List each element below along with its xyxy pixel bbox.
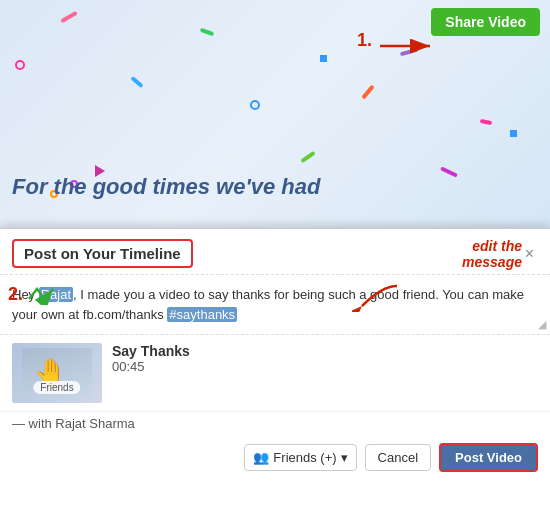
audience-dropdown[interactable]: 👥 Friends (+) ▾ bbox=[244, 444, 356, 471]
edit-arrow-svg bbox=[352, 282, 402, 312]
close-button[interactable]: × bbox=[521, 245, 538, 263]
highlighted-hashtag: #saythanks bbox=[167, 307, 237, 322]
friends-badge: Friends bbox=[33, 381, 80, 394]
modal-footer: 👥 Friends (+) ▾ Cancel Post Video bbox=[0, 435, 550, 480]
video-thumbnail: 🤚 Friends bbox=[12, 343, 102, 403]
resize-handle: ◢ bbox=[538, 316, 546, 333]
step2-checkmark-svg bbox=[25, 283, 57, 305]
share-video-button[interactable]: Share Video bbox=[431, 8, 540, 36]
edit-arrow bbox=[352, 282, 402, 316]
confetti-8 bbox=[440, 166, 458, 177]
post-video-button[interactable]: Post Video bbox=[439, 443, 538, 472]
video-card: 🤚 Friends Say Thanks 00:45 bbox=[0, 335, 550, 412]
square-1 bbox=[320, 55, 327, 62]
step1-annotation bbox=[375, 34, 445, 62]
step1-label: 1. bbox=[357, 30, 372, 51]
confetti-4 bbox=[130, 76, 143, 88]
share-modal: Post on Your Timeline × 2. Hey Rajat, I … bbox=[0, 228, 550, 520]
edit-message-annotation: edit the message bbox=[462, 238, 522, 270]
message-area[interactable]: Hey Rajat, I made you a video to say tha… bbox=[0, 275, 550, 335]
with-text: — with Rajat Sharma bbox=[0, 412, 550, 435]
confetti-6 bbox=[480, 119, 493, 125]
step1-arrow-svg bbox=[375, 34, 445, 58]
video-card-title: Say Thanks bbox=[112, 343, 190, 359]
confetti-1 bbox=[60, 11, 78, 23]
confetti-5 bbox=[361, 85, 374, 100]
confetti-7 bbox=[300, 151, 315, 163]
square-2 bbox=[510, 130, 517, 137]
friends-icon: 👥 bbox=[253, 450, 269, 465]
video-title: For the good times we've had bbox=[12, 174, 320, 200]
cancel-button[interactable]: Cancel bbox=[365, 444, 431, 471]
modal-title: Post on Your Timeline bbox=[12, 239, 193, 268]
circle-1 bbox=[15, 60, 25, 70]
video-info: Say Thanks 00:45 bbox=[112, 343, 190, 374]
confetti-2 bbox=[200, 28, 215, 37]
message-text-after-name: , I made you a video to say thanks for b… bbox=[12, 287, 524, 322]
dropdown-chevron-icon: ▾ bbox=[341, 450, 348, 465]
step2-area: 2. bbox=[8, 283, 57, 305]
audience-label: Friends (+) bbox=[273, 450, 336, 465]
video-duration: 00:45 bbox=[112, 359, 190, 374]
circle-2 bbox=[250, 100, 260, 110]
step2-label: 2. bbox=[8, 284, 23, 305]
